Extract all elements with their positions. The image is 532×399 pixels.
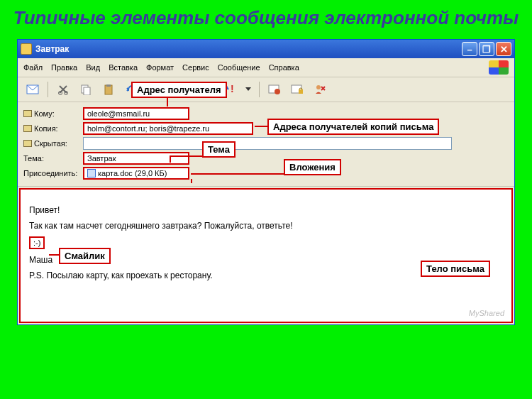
slide-title: Типичные элементы сообщения электронной …	[0, 0, 532, 39]
maximize-button[interactable]: ❐	[479, 42, 494, 56]
to-label: Кому:	[23, 109, 83, 118]
offline-button[interactable]	[311, 80, 329, 99]
window-title: Завтрак	[35, 44, 69, 54]
menu-view[interactable]: Вид	[86, 63, 100, 72]
dropdown-button[interactable]	[243, 80, 253, 99]
callout-subject: Тема	[202, 141, 235, 158]
body-line: Так как там насчет сегодняшнего завтрака…	[29, 221, 503, 231]
menu-format[interactable]: Формат	[146, 63, 174, 72]
cc-label: Копия:	[23, 124, 83, 133]
attach-value: карта.doc (29,0 КБ)	[98, 169, 167, 177]
clipboard-icon	[103, 84, 114, 95]
callout-body: Тело письма	[421, 261, 490, 277]
svg-text:!: !	[231, 83, 234, 94]
menubar: Файл Правка Вид Вставка Формат Сервис Со…	[18, 58, 514, 77]
svg-point-14	[316, 85, 321, 89]
toolbar: ABC !	[18, 77, 514, 102]
menu-help[interactable]: Справка	[269, 63, 299, 72]
attach-label: Присоединить:	[23, 169, 83, 177]
titlebar: Завтрак – ❐ ✕	[18, 40, 514, 58]
chevron-down-icon	[245, 87, 251, 92]
email-window: Завтрак – ❐ ✕ Файл Правка Вид Вставка Фо…	[17, 39, 515, 325]
file-icon	[87, 169, 96, 177]
cut-button[interactable]	[54, 80, 72, 99]
minimize-button[interactable]: –	[462, 42, 477, 56]
callout-smiley: Смайлик	[59, 248, 111, 264]
to-input[interactable]: oleole@msmail.ru	[83, 107, 189, 120]
person-offline-icon	[314, 84, 326, 95]
paste-button[interactable]	[99, 80, 118, 99]
cc-input[interactable]: holm@contort.ru; boris@trapeze.ru	[83, 122, 253, 135]
menu-message[interactable]: Сообщение	[218, 63, 260, 72]
svg-point-11	[275, 89, 280, 94]
subject-input[interactable]: Завтрак	[83, 152, 189, 165]
callout-recipient: Адрес получателя	[131, 82, 227, 98]
callout-attachments: Вложения	[284, 159, 341, 175]
addressbook-icon	[23, 125, 32, 132]
envelope-icon	[26, 84, 39, 94]
menu-file[interactable]: Файл	[23, 63, 43, 72]
menu-edit[interactable]: Правка	[51, 63, 77, 72]
addressbook-icon	[23, 110, 32, 117]
watermark: MyShared	[469, 309, 504, 317]
svg-rect-6	[106, 84, 111, 87]
send-button[interactable]	[23, 80, 42, 99]
svg-rect-13	[299, 89, 303, 94]
message-body[interactable]: Привет! Так как там насчет сегодняшнего …	[19, 188, 513, 323]
windows-logo-icon	[489, 60, 509, 75]
callout-cc: Адреса получателей копий письма	[267, 119, 439, 135]
smiley-text: :-)	[29, 236, 45, 249]
scissors-icon	[57, 84, 69, 95]
envelope-seal-icon	[268, 84, 281, 94]
body-line: Привет!	[29, 205, 503, 215]
sign-button[interactable]	[265, 80, 284, 99]
bcc-input[interactable]	[83, 137, 452, 150]
copy-icon	[80, 84, 92, 95]
close-button[interactable]: ✕	[496, 42, 511, 56]
subject-label: Тема:	[23, 154, 83, 163]
header-fields: Кому: oleole@msmail.ru Копия: holm@conto…	[18, 102, 514, 187]
addressbook-icon	[23, 140, 32, 147]
copy-button[interactable]	[77, 80, 95, 99]
bcc-label: Скрытая:	[23, 139, 83, 148]
svg-rect-4	[84, 87, 90, 95]
menu-tools[interactable]: Сервис	[182, 63, 209, 72]
attach-input[interactable]: карта.doc (29,0 КБ)	[83, 167, 189, 180]
app-icon	[21, 43, 32, 55]
envelope-lock-icon	[291, 84, 304, 94]
encrypt-button[interactable]	[288, 80, 306, 99]
menu-insert[interactable]: Вставка	[109, 63, 138, 72]
